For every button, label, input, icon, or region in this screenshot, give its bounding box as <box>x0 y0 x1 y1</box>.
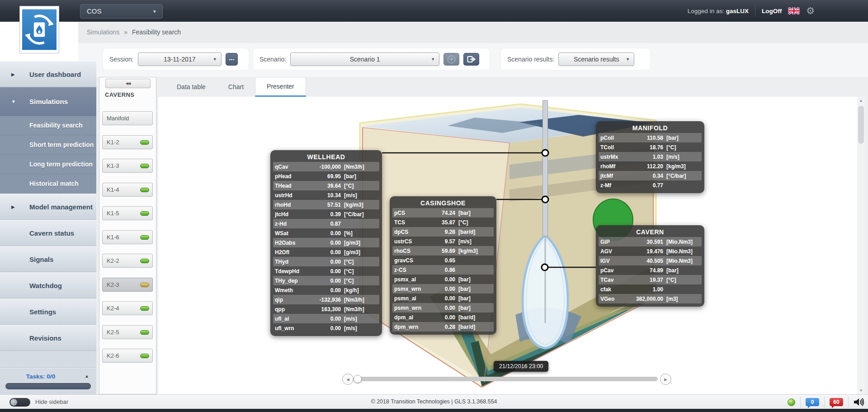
session-dropdown[interactable]: 13-11-2017 ▼ <box>138 52 222 66</box>
cavern-button-k2-4[interactable]: K2-4 <box>102 301 153 315</box>
sidebar-item-settings[interactable]: Settings <box>0 298 96 325</box>
cavern-button-manifold[interactable]: Manifold <box>102 111 153 125</box>
panel-title: CAVERN <box>599 226 702 237</box>
timeline-prev-button[interactable]: ◀ <box>342 374 354 385</box>
caverns-panel: ◀◀ CAVERNS ManifoldK1-2K1-3K1-4K1-5K1-6K… <box>99 77 156 394</box>
param-value: 0.00 <box>308 259 344 265</box>
scenario-results-dropdown[interactable]: Scenario results ▼ <box>558 52 634 66</box>
cavern-button-k1-3[interactable]: K1-3 <box>102 159 153 173</box>
cavern-button-k1-4[interactable]: K1-4 <box>102 183 153 197</box>
param-unit: [°C] <box>344 278 377 284</box>
param-label: AGV <box>600 248 634 255</box>
cavern-button-k2-3[interactable]: K2-3 <box>102 278 153 292</box>
param-value: 110.58 <box>634 135 666 141</box>
param-label: ustrMx <box>600 154 634 160</box>
sidebar-item-label: Short term prediction <box>0 141 94 148</box>
param-unit: [g/m3] <box>344 240 377 246</box>
export-scenario-button[interactable] <box>463 53 479 66</box>
sidebar-item-user-dashboard[interactable]: ▶User dashboard <box>0 61 96 87</box>
cavern-label: K2-2 <box>107 257 119 264</box>
param-value: 0.00 <box>308 287 344 294</box>
session-more-button[interactable]: ... <box>226 53 238 66</box>
param-value: 10.34 <box>308 192 344 199</box>
tab-data-table[interactable]: Data table <box>165 77 217 97</box>
speaker-icon[interactable] <box>854 398 864 407</box>
param-unit: [bar] <box>458 286 492 292</box>
panel-row: IGV40.505[Mio.Nm3] <box>599 256 702 265</box>
collapse-panel-button[interactable]: ◀◀ <box>105 79 151 88</box>
status-indicator-green <box>140 354 149 358</box>
uk-flag-icon[interactable] <box>788 7 800 14</box>
cavern-label: K1-4 <box>107 186 119 193</box>
cavern-button-k1-2[interactable]: K1-2 <box>102 135 153 149</box>
scrollbar-thumb[interactable] <box>858 106 864 144</box>
scenario-dropdown[interactable]: Scenario 1 ▼ <box>290 52 439 66</box>
panel-row: H2Ofl0.00[g/m3] <box>273 247 379 257</box>
param-unit: [bar/d] <box>458 314 492 321</box>
timeline-slider-handle[interactable] <box>354 375 362 383</box>
cavern-button-k1-6[interactable]: K1-6 <box>102 230 153 244</box>
tasks-label[interactable]: Tasks: 0/0 <box>0 373 81 380</box>
sidebar-item-label: Simulations <box>0 98 68 105</box>
param-label: H2Oabs <box>275 240 308 246</box>
param-unit: [bar] <box>344 173 377 180</box>
tasks-progress-bar <box>5 383 91 389</box>
param-unit: [°C] <box>344 268 377 275</box>
panel-row: ustrMx1.03[m/s] <box>599 152 702 161</box>
chevron-right-icon: ▶ <box>11 204 15 209</box>
panel-row: psmx_al0.00[bar] <box>392 275 494 284</box>
panel-row: THy_dep0.00[°C] <box>273 276 379 285</box>
breadcrumb-item-simulations[interactable]: Simulations <box>87 28 119 36</box>
sidebar-item-historical-match[interactable]: Historical match <box>0 174 96 194</box>
scroll-down-icon[interactable]: ▼ <box>857 387 865 394</box>
triangle-up-icon[interactable]: ▲ <box>85 374 89 379</box>
panel-row: qpp163,300[Nm3/h] <box>273 304 379 314</box>
logoff-button[interactable]: LogOff <box>762 8 782 14</box>
add-scenario-button[interactable]: + <box>443 53 459 66</box>
tab-chart[interactable]: Chart <box>217 77 255 97</box>
panel-row: pColl110.58[bar] <box>599 133 702 142</box>
app-selector-dropdown[interactable]: COS ▼ <box>80 4 163 19</box>
param-label: ustrCS <box>394 238 428 245</box>
connection-status-indicator <box>788 398 795 406</box>
gear-icon[interactable]: ⚙ <box>806 6 815 16</box>
param-label: pColl <box>600 135 634 141</box>
param-unit: [°C/bar] <box>666 173 700 179</box>
cavern-button-k2-6[interactable]: K2-6 <box>102 349 153 363</box>
footer: Hide sidebar © 2018 Transition Technolog… <box>0 394 868 409</box>
cavern-button-k2-2[interactable]: K2-2 <box>102 254 153 268</box>
sidebar-item-cavern-status[interactable]: Cavern status <box>0 220 96 246</box>
vertical-scrollbar[interactable]: ▲ ▼ <box>857 97 865 394</box>
sidebar-item-watchdog[interactable]: Watchdog <box>0 272 96 298</box>
timeline-slider-track[interactable] <box>357 377 658 381</box>
cavern-button-k2-5[interactable]: K2-5 <box>102 325 153 339</box>
tab-presenter[interactable]: Presenter <box>255 77 306 97</box>
sidebar-item-simulations[interactable]: ▼Simulations <box>0 87 96 116</box>
timeline-next-button[interactable]: ▶ <box>660 374 671 385</box>
scroll-up-icon[interactable]: ▲ <box>857 97 865 104</box>
copyright-text: © 2018 Transition Technologies | GLS 3.1… <box>0 398 868 405</box>
cavern-label: K1-3 <box>107 162 119 169</box>
param-value: 0.00 <box>428 276 458 283</box>
sidebar-item-feasibility-search[interactable]: Feasibility search <box>0 116 96 135</box>
status-indicator-green <box>140 140 149 145</box>
param-value: 0.00 <box>308 268 344 275</box>
sidebar-item-label: Feasibility search <box>0 122 83 129</box>
panel-row: rhoHd57.51[kg/m3] <box>273 200 379 209</box>
panel-row: psmn_wrn0.00[bar] <box>392 303 494 313</box>
param-value: 19.476 <box>634 248 666 255</box>
param-label: qip <box>275 297 308 303</box>
param-unit: [bar] <box>458 210 492 216</box>
param-label: rhoCS <box>394 248 428 254</box>
panel-row: THead39.64[°C] <box>273 181 379 190</box>
param-value: 1.00 <box>634 286 666 293</box>
alarms-badge[interactable]: 60 <box>830 398 843 406</box>
sidebar-item-short-term-prediction[interactable]: Short term prediction <box>0 135 96 155</box>
sidebar-item-long-term-prediction[interactable]: Long term prediction <box>0 155 96 174</box>
cavern-button-k1-5[interactable]: K1-5 <box>102 206 153 220</box>
param-value: 0.00 <box>428 286 458 292</box>
sidebar-item-model-management[interactable]: ▶Model management <box>0 194 96 220</box>
sidebar-item-signals[interactable]: Signals <box>0 246 96 272</box>
messages-badge[interactable]: 0 <box>806 398 819 406</box>
sidebar-item-revisions[interactable]: Revisions <box>0 325 96 351</box>
